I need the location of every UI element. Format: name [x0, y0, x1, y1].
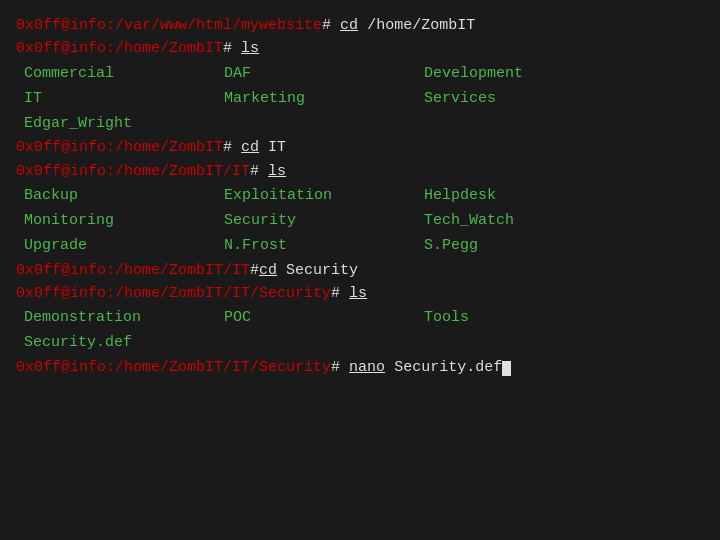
dir-item: Edgar_Wright: [24, 111, 224, 136]
dir-listing: UpgradeN.FrostS.Pegg: [16, 233, 704, 258]
dir-item: Services: [424, 86, 704, 111]
prompt-hash: #: [223, 40, 232, 57]
terminal-line: 0x0ff@info:/home/ZombIT/IT# ls: [16, 160, 704, 183]
dir-item: Security: [224, 208, 424, 233]
cmd-prefix: [232, 40, 241, 57]
prompt-path: /home/ZombIT/IT: [115, 262, 250, 279]
cursor: [502, 361, 511, 376]
cmd-underline: nano: [349, 359, 385, 376]
dir-listing: ITMarketingServices: [16, 86, 704, 111]
terminal-line: 0x0ff@info:/home/ZombIT/IT#cd Security: [16, 259, 704, 282]
prompt-hash: #: [331, 359, 340, 376]
prompt-hash: #: [322, 17, 331, 34]
dir-listing: CommercialDAFDevelopment: [16, 61, 704, 86]
dir-item: IT: [24, 86, 224, 111]
dir-item: Helpdesk: [424, 183, 704, 208]
terminal-line: 0x0ff@info:/home/ZombIT/IT/Security# ls: [16, 282, 704, 305]
cmd-underline: cd: [241, 139, 259, 156]
prompt-path: /home/ZombIT: [115, 40, 223, 57]
cmd-prefix: [340, 359, 349, 376]
cmd-underline: ls: [268, 163, 286, 180]
dir-item: DAF: [224, 61, 424, 86]
dir-item: Tools: [424, 305, 704, 330]
dir-item: Exploitation: [224, 183, 424, 208]
terminal-line: 0x0ff@info:/home/ZombIT# cd IT: [16, 136, 704, 159]
cmd-rest: Security.def: [385, 359, 502, 376]
dir-item: Marketing: [224, 86, 424, 111]
prompt-path: /home/ZombIT/IT/Security: [115, 359, 331, 376]
cmd-rest: IT: [259, 139, 286, 156]
dir-item: [424, 330, 704, 355]
cmd-underline: ls: [241, 40, 259, 57]
dir-item: [224, 330, 424, 355]
dir-listing: BackupExploitationHelpdesk: [16, 183, 704, 208]
prompt-path: /var/www/html/mywebsite: [115, 17, 322, 34]
cmd-rest: /home/ZombIT: [358, 17, 475, 34]
dir-item: Tech_Watch: [424, 208, 704, 233]
cmd-rest: Security: [277, 262, 358, 279]
prompt-label: 0x0ff@info:: [16, 262, 115, 279]
dir-item: N.Frost: [224, 233, 424, 258]
prompt-path: /home/ZombIT: [115, 139, 223, 156]
dir-item: Backup: [24, 183, 224, 208]
prompt-label: 0x0ff@info:: [16, 40, 115, 57]
dir-item: [424, 111, 704, 136]
prompt-hash: #: [250, 163, 259, 180]
cmd-underline: cd: [340, 17, 358, 34]
terminal-line: 0x0ff@info:/var/www/html/mywebsite# cd /…: [16, 14, 704, 37]
cmd-underline: cd: [259, 262, 277, 279]
prompt-hash: #: [223, 139, 232, 156]
dir-item: Demonstration: [24, 305, 224, 330]
terminal-line: 0x0ff@info:/home/ZombIT/IT/Security# nan…: [16, 356, 704, 379]
dir-listing: MonitoringSecurityTech_Watch: [16, 208, 704, 233]
dir-item: POC: [224, 305, 424, 330]
cmd-underline: ls: [349, 285, 367, 302]
dir-listing: DemonstrationPOCTools: [16, 305, 704, 330]
prompt-path: /home/ZombIT/IT: [115, 163, 250, 180]
prompt-path: /home/ZombIT/IT/Security: [115, 285, 331, 302]
terminal: 0x0ff@info:/var/www/html/mywebsite# cd /…: [16, 14, 704, 379]
dir-item: Upgrade: [24, 233, 224, 258]
terminal-line: 0x0ff@info:/home/ZombIT# ls: [16, 37, 704, 60]
dir-item: Security.def: [24, 330, 224, 355]
dir-item: Commercial: [24, 61, 224, 86]
dir-item: Development: [424, 61, 704, 86]
dir-item: [224, 111, 424, 136]
cmd-prefix: [331, 17, 340, 34]
dir-item: S.Pegg: [424, 233, 704, 258]
dir-item: Monitoring: [24, 208, 224, 233]
prompt-label: 0x0ff@info:: [16, 17, 115, 34]
cmd-prefix: [259, 163, 268, 180]
prompt-label: 0x0ff@info:: [16, 139, 115, 156]
cmd-prefix: [340, 285, 349, 302]
prompt-label: 0x0ff@info:: [16, 163, 115, 180]
prompt-hash: #: [250, 262, 259, 279]
dir-listing: Edgar_Wright: [16, 111, 704, 136]
prompt-hash: #: [331, 285, 340, 302]
prompt-label: 0x0ff@info:: [16, 285, 115, 302]
cmd-prefix: [232, 139, 241, 156]
prompt-label: 0x0ff@info:: [16, 359, 115, 376]
dir-listing: Security.def: [16, 330, 704, 355]
